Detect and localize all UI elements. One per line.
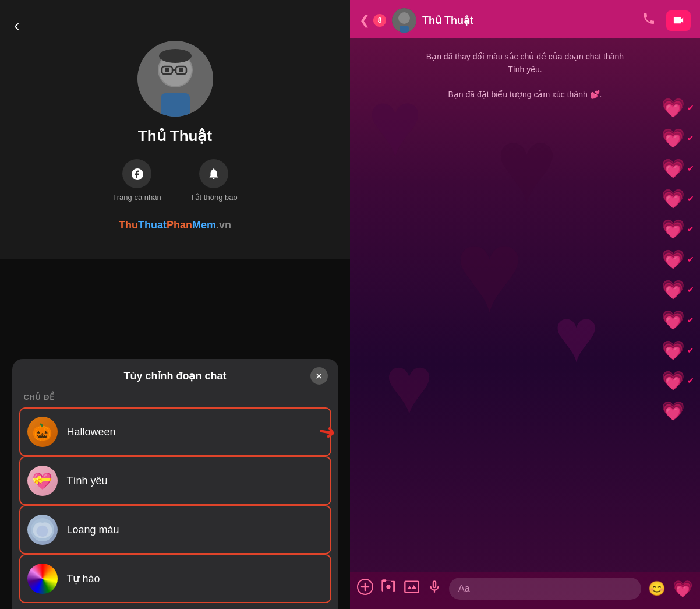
modal-header: Tùy chỉnh đoạn chat ✕: [12, 359, 338, 389]
svg-rect-13: [400, 26, 409, 33]
theme-item-tinhtieu[interactable]: 💝 Tình yêu: [19, 456, 331, 505]
notification-icon: [199, 159, 228, 188]
check-1: ✔: [687, 103, 694, 112]
pink-heart-5: 💗: [662, 218, 685, 240]
chat-area: Bạn đã thay đổi màu sắc chủ đề của đoạn …: [350, 38, 700, 572]
tinhtieu-icon: 💝: [27, 466, 58, 496]
header-avatar: [392, 8, 416, 33]
watermark: ThuThuatPhanMem.vn: [119, 219, 231, 231]
heart-row-11: 💗: [662, 400, 694, 422]
profile-actions: Trang cá nhân Tắt thông báo: [112, 159, 237, 202]
profile-action-notification[interactable]: Tắt thông báo: [190, 159, 238, 202]
notification-label: Tắt thông báo: [190, 193, 238, 202]
right-panel: ♥ ♥ ♥ ♥ ♥ ❮ 8 Thủ Thuật: [350, 0, 700, 609]
heart-row-1: 💗 ✔: [662, 97, 694, 119]
check-7: ✔: [687, 285, 694, 294]
header-badge: 8: [373, 14, 386, 27]
svg-point-8: [159, 49, 192, 63]
pink-heart-1: 💗: [662, 97, 685, 119]
pink-heart-11: 💗: [662, 400, 685, 422]
chat-toolbar: Aa 😊 💗: [350, 572, 700, 609]
camera-button[interactable]: [380, 579, 397, 599]
check-2: ✔: [687, 133, 694, 143]
facebook-icon: [122, 159, 151, 188]
microphone-button[interactable]: [427, 579, 442, 599]
heart-row-4: 💗 ✔: [662, 188, 694, 210]
pink-heart-9: 💗: [662, 339, 685, 361]
theme-item-tuhao[interactable]: Tự hào: [19, 554, 331, 603]
pink-heart-6: 💗: [662, 248, 685, 270]
system-message-1: Bạn đã thay đổi màu sắc chủ đề của đoạn …: [359, 50, 691, 76]
svg-point-6: [165, 68, 169, 72]
pink-heart-3: 💗: [662, 157, 685, 179]
profile-avatar: [137, 41, 213, 117]
message-input[interactable]: Aa: [449, 578, 641, 600]
heart-row-5: 💗 ✔: [662, 218, 694, 240]
pink-heart-7: 💗: [662, 279, 685, 301]
halloween-label: Halloween: [67, 426, 116, 438]
header-name: Thủ Thuật: [422, 14, 642, 27]
modal-close-button[interactable]: ✕: [310, 367, 328, 385]
video-call-icon[interactable]: [666, 10, 691, 31]
svg-point-7: [179, 68, 183, 72]
tuhao-label: Tự hào: [67, 572, 100, 585]
heart-row-7: 💗 ✔: [662, 279, 694, 301]
svg-rect-9: [161, 93, 190, 117]
loangmau-icon: [27, 515, 58, 545]
heart-row-8: 💗 ✔: [662, 309, 694, 331]
header-icons: [642, 10, 691, 31]
customize-modal: Tùy chỉnh đoạn chat ✕ CHỦ ĐỀ 🎃 Halloween…: [12, 359, 338, 609]
modal-overlay: Tùy chỉnh đoạn chat ✕ CHỦ ĐỀ 🎃 Halloween…: [0, 259, 350, 609]
arrow-indicator: ➜: [316, 418, 338, 446]
facebook-label: Trang cá nhân: [112, 193, 161, 202]
profile-action-facebook[interactable]: Trang cá nhân: [112, 159, 161, 202]
theme-item-loangmau[interactable]: Loang màu: [19, 505, 331, 554]
system-message-2: Bạn đã đặt biểu tượng cảm xúc thành 💕.: [359, 88, 691, 101]
header-back-button[interactable]: ❮: [359, 13, 370, 28]
pink-heart-10: 💗: [662, 369, 685, 392]
loangmau-label: Loang màu: [67, 524, 119, 536]
input-placeholder: Aa: [458, 583, 470, 594]
theme-item-halloween[interactable]: 🎃 Halloween ➜: [19, 407, 331, 456]
heart-row-6: 💗 ✔: [662, 248, 694, 270]
heart-column: 💗 ✔ 💗 ✔ 💗 ✔ 💗 ✔ 💗 ✔ 💗 ✔: [662, 97, 694, 422]
add-button[interactable]: [357, 579, 373, 599]
svg-point-12: [398, 12, 410, 24]
check-3: ✔: [687, 164, 694, 173]
back-button[interactable]: ‹: [14, 16, 19, 35]
tuhao-icon: [27, 564, 58, 594]
heart-send-button[interactable]: 💗: [673, 579, 693, 599]
heart-row-9: 💗 ✔: [662, 339, 694, 361]
pink-heart-2: 💗: [662, 127, 685, 149]
check-10: ✔: [687, 376, 694, 385]
check-9: ✔: [687, 346, 694, 355]
modal-title: Tùy chỉnh đoạn chat: [124, 369, 227, 382]
emoji-button[interactable]: 😊: [648, 580, 666, 597]
heart-row-2: 💗 ✔: [662, 127, 694, 149]
pink-heart-4: 💗: [662, 188, 685, 210]
check-8: ✔: [687, 315, 694, 325]
heart-row-3: 💗 ✔: [662, 157, 694, 179]
halloween-icon: 🎃: [27, 417, 58, 447]
check-5: ✔: [687, 224, 694, 234]
tinhtieu-label: Tình yêu: [67, 475, 108, 487]
section-label: CHỦ ĐỀ: [12, 389, 338, 407]
gallery-button[interactable]: [404, 579, 420, 599]
call-icon[interactable]: [642, 12, 656, 29]
check-4: ✔: [687, 194, 694, 203]
left-panel: ‹ Thủ Thuật: [0, 0, 350, 609]
pink-heart-8: 💗: [662, 309, 685, 331]
theme-list: 🎃 Halloween ➜ 💝 Tình yêu: [12, 407, 338, 603]
heart-row-10: 💗 ✔: [662, 369, 694, 392]
right-header: ❮ 8 Thủ Thuật: [350, 0, 700, 38]
check-6: ✔: [687, 255, 694, 264]
profile-name: Thủ Thuật: [138, 127, 212, 145]
